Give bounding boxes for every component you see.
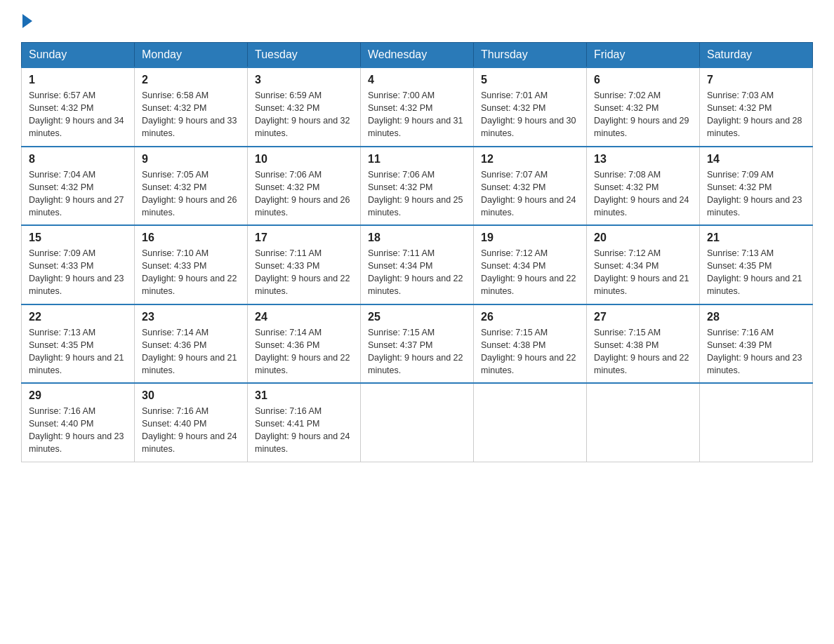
day-info: Sunrise: 7:05 AMSunset: 4:32 PMDaylight:… xyxy=(142,168,240,220)
day-info: Sunrise: 7:16 AMSunset: 4:39 PMDaylight:… xyxy=(707,326,805,377)
calendar-cell: 22Sunrise: 7:13 AMSunset: 4:35 PMDayligh… xyxy=(22,304,135,384)
day-info: Sunrise: 7:16 AMSunset: 4:40 PMDaylight:… xyxy=(142,405,240,456)
day-info: Sunrise: 7:02 AMSunset: 4:32 PMDaylight:… xyxy=(594,89,692,140)
calendar-cell: 21Sunrise: 7:13 AMSunset: 4:35 PMDayligh… xyxy=(700,225,813,304)
day-number: 14 xyxy=(707,153,805,166)
week-row-2: 8Sunrise: 7:04 AMSunset: 4:32 PMDaylight… xyxy=(22,147,813,226)
calendar-cell: 3Sunrise: 6:59 AMSunset: 4:32 PMDaylight… xyxy=(248,67,361,147)
calendar-cell xyxy=(700,383,813,462)
day-number: 4 xyxy=(368,74,466,86)
day-number: 29 xyxy=(29,389,127,402)
day-number: 17 xyxy=(255,232,353,244)
calendar-cell: 19Sunrise: 7:12 AMSunset: 4:34 PMDayligh… xyxy=(474,225,587,304)
day-number: 23 xyxy=(142,311,240,323)
day-number: 9 xyxy=(142,153,240,166)
calendar-cell: 28Sunrise: 7:16 AMSunset: 4:39 PMDayligh… xyxy=(700,304,813,384)
week-row-5: 29Sunrise: 7:16 AMSunset: 4:40 PMDayligh… xyxy=(22,383,813,462)
day-info: Sunrise: 7:15 AMSunset: 4:37 PMDaylight:… xyxy=(368,326,466,377)
day-number: 2 xyxy=(142,74,240,86)
column-header-wednesday: Wednesday xyxy=(361,43,474,68)
day-info: Sunrise: 7:06 AMSunset: 4:32 PMDaylight:… xyxy=(368,168,466,220)
calendar-cell: 31Sunrise: 7:16 AMSunset: 4:41 PMDayligh… xyxy=(248,383,361,462)
day-info: Sunrise: 7:13 AMSunset: 4:35 PMDaylight:… xyxy=(29,326,127,377)
week-row-4: 22Sunrise: 7:13 AMSunset: 4:35 PMDayligh… xyxy=(22,304,813,384)
calendar-cell: 26Sunrise: 7:15 AMSunset: 4:38 PMDayligh… xyxy=(474,304,587,384)
calendar-cell: 29Sunrise: 7:16 AMSunset: 4:40 PMDayligh… xyxy=(22,383,135,462)
logo xyxy=(21,14,34,28)
calendar-cell: 12Sunrise: 7:07 AMSunset: 4:32 PMDayligh… xyxy=(474,147,587,226)
calendar-cell: 11Sunrise: 7:06 AMSunset: 4:32 PMDayligh… xyxy=(361,147,474,226)
day-info: Sunrise: 7:15 AMSunset: 4:38 PMDaylight:… xyxy=(481,326,579,377)
day-number: 1 xyxy=(29,74,127,86)
page-header xyxy=(21,14,813,28)
calendar-table: SundayMondayTuesdayWednesdayThursdayFrid… xyxy=(21,42,813,462)
day-number: 13 xyxy=(594,153,692,166)
calendar-cell: 20Sunrise: 7:12 AMSunset: 4:34 PMDayligh… xyxy=(587,225,700,304)
day-info: Sunrise: 7:16 AMSunset: 4:40 PMDaylight:… xyxy=(29,405,127,456)
calendar-cell: 4Sunrise: 7:00 AMSunset: 4:32 PMDaylight… xyxy=(361,67,474,147)
day-info: Sunrise: 7:14 AMSunset: 4:36 PMDaylight:… xyxy=(255,326,353,377)
column-header-saturday: Saturday xyxy=(700,43,813,68)
day-number: 12 xyxy=(481,153,579,166)
day-number: 25 xyxy=(368,311,466,323)
column-header-tuesday: Tuesday xyxy=(248,43,361,68)
day-number: 26 xyxy=(481,311,579,323)
column-header-thursday: Thursday xyxy=(474,43,587,68)
day-info: Sunrise: 7:13 AMSunset: 4:35 PMDaylight:… xyxy=(707,247,805,298)
day-number: 31 xyxy=(255,389,353,402)
day-number: 10 xyxy=(255,153,353,166)
day-number: 8 xyxy=(29,153,127,166)
calendar-cell: 18Sunrise: 7:11 AMSunset: 4:34 PMDayligh… xyxy=(361,225,474,304)
day-info: Sunrise: 7:01 AMSunset: 4:32 PMDaylight:… xyxy=(481,89,579,140)
calendar-cell: 10Sunrise: 7:06 AMSunset: 4:32 PMDayligh… xyxy=(248,147,361,226)
day-number: 6 xyxy=(594,74,692,86)
day-info: Sunrise: 7:04 AMSunset: 4:32 PMDaylight:… xyxy=(29,168,127,220)
day-number: 24 xyxy=(255,311,353,323)
day-info: Sunrise: 7:11 AMSunset: 4:34 PMDaylight:… xyxy=(368,247,466,298)
calendar-cell: 9Sunrise: 7:05 AMSunset: 4:32 PMDaylight… xyxy=(135,147,248,226)
day-info: Sunrise: 7:12 AMSunset: 4:34 PMDaylight:… xyxy=(594,247,692,298)
day-info: Sunrise: 7:12 AMSunset: 4:34 PMDaylight:… xyxy=(481,247,579,298)
day-info: Sunrise: 7:09 AMSunset: 4:32 PMDaylight:… xyxy=(707,168,805,220)
day-number: 7 xyxy=(707,74,805,86)
calendar-cell: 17Sunrise: 7:11 AMSunset: 4:33 PMDayligh… xyxy=(248,225,361,304)
column-header-sunday: Sunday xyxy=(22,43,135,68)
day-number: 15 xyxy=(29,232,127,244)
calendar-cell xyxy=(361,383,474,462)
calendar-cell xyxy=(587,383,700,462)
calendar-cell: 27Sunrise: 7:15 AMSunset: 4:38 PMDayligh… xyxy=(587,304,700,384)
day-info: Sunrise: 7:03 AMSunset: 4:32 PMDaylight:… xyxy=(707,89,805,140)
day-info: Sunrise: 7:09 AMSunset: 4:33 PMDaylight:… xyxy=(29,247,127,298)
calendar-cell: 15Sunrise: 7:09 AMSunset: 4:33 PMDayligh… xyxy=(22,225,135,304)
day-info: Sunrise: 7:10 AMSunset: 4:33 PMDaylight:… xyxy=(142,247,240,298)
day-info: Sunrise: 6:58 AMSunset: 4:32 PMDaylight:… xyxy=(142,89,240,140)
day-number: 16 xyxy=(142,232,240,244)
calendar-cell: 16Sunrise: 7:10 AMSunset: 4:33 PMDayligh… xyxy=(135,225,248,304)
day-number: 22 xyxy=(29,311,127,323)
calendar-cell: 24Sunrise: 7:14 AMSunset: 4:36 PMDayligh… xyxy=(248,304,361,384)
calendar-cell: 5Sunrise: 7:01 AMSunset: 4:32 PMDaylight… xyxy=(474,67,587,147)
day-number: 11 xyxy=(368,153,466,166)
day-number: 21 xyxy=(707,232,805,244)
day-info: Sunrise: 7:15 AMSunset: 4:38 PMDaylight:… xyxy=(594,326,692,377)
day-number: 20 xyxy=(594,232,692,244)
day-info: Sunrise: 7:07 AMSunset: 4:32 PMDaylight:… xyxy=(481,168,579,220)
day-info: Sunrise: 7:11 AMSunset: 4:33 PMDaylight:… xyxy=(255,247,353,298)
day-info: Sunrise: 7:14 AMSunset: 4:36 PMDaylight:… xyxy=(142,326,240,377)
day-info: Sunrise: 7:16 AMSunset: 4:41 PMDaylight:… xyxy=(255,405,353,456)
week-row-1: 1Sunrise: 6:57 AMSunset: 4:32 PMDaylight… xyxy=(22,67,813,147)
day-info: Sunrise: 6:59 AMSunset: 4:32 PMDaylight:… xyxy=(255,89,353,140)
day-number: 19 xyxy=(481,232,579,244)
day-number: 28 xyxy=(707,311,805,323)
day-number: 27 xyxy=(594,311,692,323)
day-number: 5 xyxy=(481,74,579,86)
day-info: Sunrise: 7:00 AMSunset: 4:32 PMDaylight:… xyxy=(368,89,466,140)
calendar-cell xyxy=(474,383,587,462)
column-header-friday: Friday xyxy=(587,43,700,68)
day-number: 30 xyxy=(142,389,240,402)
calendar-cell: 23Sunrise: 7:14 AMSunset: 4:36 PMDayligh… xyxy=(135,304,248,384)
calendar-cell: 13Sunrise: 7:08 AMSunset: 4:32 PMDayligh… xyxy=(587,147,700,226)
day-number: 3 xyxy=(255,74,353,86)
week-row-3: 15Sunrise: 7:09 AMSunset: 4:33 PMDayligh… xyxy=(22,225,813,304)
calendar-cell: 7Sunrise: 7:03 AMSunset: 4:32 PMDaylight… xyxy=(700,67,813,147)
